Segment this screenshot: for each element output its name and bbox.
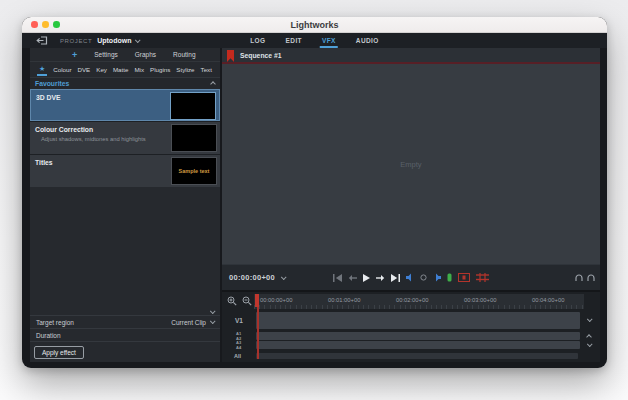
effect-thumbnail: Sample text xyxy=(171,157,217,185)
ruler-label: 00:04:00+00 xyxy=(532,297,564,303)
monitor-left-button[interactable] xyxy=(575,274,583,281)
loop-toggle[interactable] xyxy=(420,273,427,282)
arrow-right-icon xyxy=(376,274,385,282)
tab-audio[interactable]: AUDIO xyxy=(354,33,381,48)
go-to-end-button[interactable] xyxy=(391,274,400,282)
track-label-v1: V1 xyxy=(235,317,243,324)
go-to-start-button[interactable] xyxy=(333,274,342,282)
zoom-out-button[interactable] xyxy=(242,296,252,306)
insert-frame-icon xyxy=(458,273,470,282)
tab-plugins[interactable]: Plugins xyxy=(150,66,170,73)
tab-stylize[interactable]: Stylize xyxy=(176,66,194,73)
play-button[interactable] xyxy=(363,274,370,282)
tab-mix[interactable]: Mix xyxy=(134,66,144,73)
footer-collapse-chevron[interactable] xyxy=(210,308,216,314)
window-title: Lightworks xyxy=(22,20,607,30)
titlebar: Lightworks xyxy=(22,17,607,33)
step-back-button[interactable] xyxy=(348,274,357,282)
zoom-in-button[interactable] xyxy=(227,296,237,306)
skip-to-end-icon xyxy=(391,274,400,282)
project-name: Uptodown xyxy=(97,37,131,44)
overwrite-frame-icon xyxy=(476,273,489,282)
effect-category-tabs: ★ Colour DVE Key Matte Mix Plugins Styli… xyxy=(30,62,220,78)
effect-item-titles[interactable]: Titles Sample text xyxy=(30,155,220,187)
current-timecode: 00:00:00+00 xyxy=(229,273,275,282)
tab-routing[interactable]: Routing xyxy=(173,51,195,58)
target-region-value: Current Clip xyxy=(171,319,206,326)
monitor-right-button[interactable] xyxy=(587,274,595,281)
exit-project-icon xyxy=(36,36,48,45)
main-tab-strip: LOG EDIT VFX AUDIO xyxy=(248,33,381,48)
transport-bar: 00:00:00+00 xyxy=(222,264,600,290)
add-effect-button[interactable]: + xyxy=(72,50,77,60)
ruler-label: 00:02:00+00 xyxy=(396,297,428,303)
favourites-collapse-chevron[interactable] xyxy=(210,81,216,87)
favourites-star-tab[interactable]: ★ xyxy=(37,63,47,76)
sequence-bookmark-icon xyxy=(227,50,234,62)
favourites-list: 3D DVE Colour Correction Adjust shadows,… xyxy=(30,89,220,187)
tab-vfx[interactable]: VFX xyxy=(320,33,338,48)
chevron-down-icon xyxy=(135,37,141,43)
target-region-row: Target region Current Clip xyxy=(30,315,220,328)
apply-effect-button[interactable]: Apply effect xyxy=(34,346,84,359)
timeline: 00:00:00+00 00:01:00+00 00:02:00+00 00:0… xyxy=(222,290,600,362)
effects-panel: + Settings Graphs Routing ★ Colour DVE K… xyxy=(30,48,220,362)
record-toggle[interactable] xyxy=(447,273,452,282)
ruler-label: 00:00:00+00 xyxy=(260,297,292,303)
arrow-left-icon xyxy=(348,274,357,282)
playhead-handle[interactable] xyxy=(255,294,259,307)
effect-item-3d-dve[interactable]: 3D DVE xyxy=(30,89,220,121)
effect-thumbnail xyxy=(171,124,217,152)
tab-key[interactable]: Key xyxy=(96,66,107,73)
empty-placeholder-label: Empty xyxy=(400,160,421,169)
lightworks-window: Lightworks PROJECT Uptodown LOG EDIT VFX… xyxy=(22,17,607,368)
effect-item-colour-correction[interactable]: Colour Correction Adjust shadows, midton… xyxy=(30,122,220,154)
effects-toolbar: + Settings Graphs Routing xyxy=(30,48,220,62)
duration-row: Duration xyxy=(30,328,220,341)
green-pill-icon xyxy=(447,273,452,282)
audio-track-chevron-down[interactable] xyxy=(587,341,593,347)
project-label: PROJECT xyxy=(60,38,92,44)
video-preview[interactable]: Empty xyxy=(222,64,600,264)
tab-dve[interactable]: DVE xyxy=(78,66,91,73)
exit-project-button[interactable] xyxy=(36,36,48,45)
effect-thumbnail xyxy=(170,92,216,120)
favourites-section-header[interactable]: Favourites xyxy=(30,78,220,89)
audio-sync-toggle[interactable] xyxy=(406,273,414,282)
duration-label: Duration xyxy=(36,332,61,339)
all-track[interactable] xyxy=(256,353,578,359)
tab-settings[interactable]: Settings xyxy=(94,51,118,58)
video-track-chevron-down[interactable] xyxy=(587,316,593,322)
target-region-dropdown[interactable]: Current Clip xyxy=(171,319,214,326)
skip-to-start-icon xyxy=(333,274,342,282)
tab-log[interactable]: LOG xyxy=(248,33,267,48)
sequence-title: Sequence #1 xyxy=(240,52,282,59)
audio-track-a1-a2[interactable] xyxy=(256,332,580,340)
play-icon xyxy=(363,274,370,282)
audio-monitor-toggle[interactable] xyxy=(433,273,441,282)
tab-matte[interactable]: Matte xyxy=(113,66,128,73)
sequence-header[interactable]: Sequence #1 xyxy=(222,48,600,62)
blue-speaker-right-icon xyxy=(433,273,441,282)
video-track-v1[interactable] xyxy=(256,312,580,329)
step-forward-button[interactable] xyxy=(376,274,385,282)
tab-text[interactable]: Text xyxy=(201,66,212,73)
zoom-out-icon xyxy=(242,296,252,306)
ruler-label: 00:03:00+00 xyxy=(464,297,496,303)
headphone-icon xyxy=(575,274,583,281)
audio-track-a3-a4[interactable] xyxy=(256,341,580,349)
viewer-panel: Sequence #1 Empty 00:00:00+00 xyxy=(222,48,600,362)
replace-edit-button[interactable] xyxy=(476,273,489,282)
blue-speaker-icon xyxy=(406,273,414,282)
track-label-all: All xyxy=(234,353,241,359)
timeline-ruler[interactable]: 00:00:00+00 00:01:00+00 00:02:00+00 00:0… xyxy=(254,294,584,309)
ruler-label: 00:01:00+00 xyxy=(328,297,360,303)
tab-edit[interactable]: EDIT xyxy=(284,33,304,48)
track-label-a4: A4 xyxy=(236,346,241,350)
tab-colour[interactable]: Colour xyxy=(53,66,71,73)
insert-edit-button[interactable] xyxy=(458,273,470,282)
audio-track-chevron-up[interactable] xyxy=(586,334,592,340)
timecode-dropdown-chevron[interactable] xyxy=(281,274,287,280)
project-name-dropdown[interactable]: Uptodown xyxy=(97,37,139,44)
tab-graphs[interactable]: Graphs xyxy=(135,51,156,58)
